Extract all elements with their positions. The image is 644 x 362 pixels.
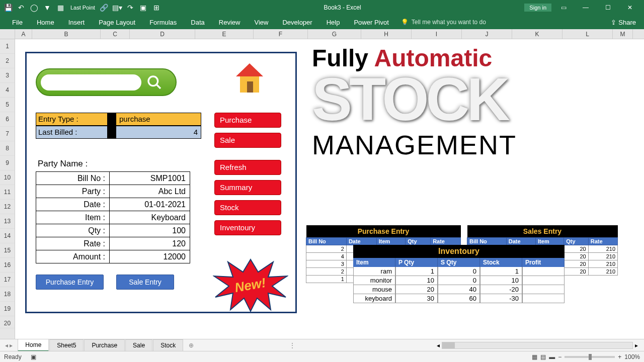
maximize-icon[interactable]: ☐	[598, 0, 618, 15]
share-button[interactable]: ⇪ Share	[611, 19, 644, 26]
col-g[interactable]: G	[308, 29, 361, 39]
col-m[interactable]: M	[613, 29, 633, 39]
inventory-button[interactable]: Inventoury	[214, 220, 281, 235]
col-l[interactable]: L	[562, 29, 613, 39]
tab-data[interactable]: Data	[184, 17, 211, 28]
tab-insert[interactable]: Insert	[61, 17, 92, 28]
link-icon[interactable]: 🔗	[100, 4, 108, 12]
zoom-slider[interactable]	[565, 356, 615, 358]
save-icon[interactable]: 💾	[4, 4, 12, 12]
search-bar[interactable]	[36, 68, 177, 96]
macro-record-icon[interactable]: ▣	[31, 353, 36, 360]
row-3[interactable]: 3	[0, 68, 15, 83]
tab-view[interactable]: View	[247, 17, 275, 28]
tab-file[interactable]: File	[5, 17, 30, 28]
filter-icon[interactable]: ▼	[43, 4, 51, 12]
col-b[interactable]: B	[32, 29, 101, 39]
tab-nav[interactable]: ◂ ▸	[0, 342, 18, 349]
col-a[interactable]: A	[15, 29, 32, 39]
undo-icon[interactable]: ↶	[17, 4, 25, 12]
zoom-in-icon[interactable]: +	[618, 353, 621, 360]
row-1[interactable]: 1	[0, 39, 15, 54]
row-10[interactable]: 10	[0, 170, 15, 185]
ribbon-options-icon[interactable]: ▭	[553, 0, 574, 15]
view-normal-icon[interactable]: ▦	[532, 353, 537, 360]
signin-button[interactable]: Sign in	[524, 4, 551, 12]
row-14[interactable]: 14	[0, 229, 15, 243]
entry-type-value[interactable]: purchase	[116, 113, 201, 126]
scroll-left-icon[interactable]: ◂	[437, 342, 440, 349]
col-j[interactable]: J	[462, 29, 512, 39]
tab-review[interactable]: Review	[212, 17, 248, 28]
sheet-tab-stock[interactable]: Stock	[153, 339, 183, 351]
sale-button[interactable]: Sale	[214, 133, 281, 148]
bill-no-value[interactable]: SMP1001	[110, 172, 190, 185]
purchase-button[interactable]: Purchase	[214, 113, 281, 128]
search-input[interactable]	[41, 74, 141, 90]
summary-button[interactable]: Summary	[214, 180, 281, 195]
sheet-canvas[interactable]: Entry Type : purchase Last Billed : 4 Pa…	[15, 39, 644, 340]
sheet-tab-home[interactable]: Home	[18, 339, 49, 351]
row-8[interactable]: 8	[0, 141, 15, 156]
format-icon[interactable]: ▤▾	[113, 4, 121, 12]
row-4[interactable]: 4	[0, 83, 15, 98]
scroll-right-icon[interactable]: ▸	[635, 342, 638, 349]
row-20[interactable]: 20	[0, 316, 15, 328]
sheet-tab-purchase[interactable]: Purchase	[84, 339, 125, 351]
zoom-out-icon[interactable]: −	[558, 353, 561, 360]
view-pagelayout-icon[interactable]: ▤	[540, 353, 546, 360]
table-icon[interactable]: ▦	[56, 4, 64, 12]
zoom-level[interactable]: 100%	[624, 353, 640, 360]
tab-power-pivot[interactable]: Power Pivot	[347, 17, 395, 28]
minimize-icon[interactable]: —	[576, 0, 596, 15]
tab-help[interactable]: Help	[319, 17, 347, 28]
amount-value[interactable]: 12000	[110, 250, 190, 263]
col-f[interactable]: F	[254, 29, 308, 39]
row-7[interactable]: 7	[0, 127, 15, 141]
row-17[interactable]: 17	[0, 273, 15, 287]
date-value[interactable]: 01-01-2021	[110, 198, 190, 211]
view-pagebreak-icon[interactable]: ▬	[549, 353, 555, 360]
tab-home[interactable]: Home	[30, 17, 61, 28]
qty-value[interactable]: 100	[110, 224, 190, 237]
col-e[interactable]: E	[195, 29, 254, 39]
col-i[interactable]: I	[412, 29, 462, 39]
tab-developer[interactable]: Developer	[275, 17, 319, 28]
tab-page-layout[interactable]: Page Layout	[92, 17, 142, 28]
col-d[interactable]: D	[130, 29, 195, 39]
stock-button[interactable]: Stock	[214, 200, 281, 215]
home-icon[interactable]	[232, 62, 267, 95]
row-11[interactable]: 11	[0, 185, 15, 200]
row-6[interactable]: 6	[0, 112, 15, 127]
row-13[interactable]: 13	[0, 214, 15, 229]
sheet-tab-sheet5[interactable]: Sheet5	[49, 339, 84, 351]
party-value[interactable]: Abc Ltd	[110, 185, 190, 198]
rate-value[interactable]: 120	[110, 237, 190, 250]
refresh-button[interactable]: Refresh	[214, 160, 281, 175]
close-icon[interactable]: ✕	[620, 0, 640, 15]
circle-icon[interactable]: ◯	[30, 4, 38, 12]
row-18[interactable]: 18	[0, 287, 15, 302]
select-all-cell[interactable]	[0, 29, 15, 39]
purchase-entry-button[interactable]: Purchase Entry	[36, 275, 104, 290]
grid-icon[interactable]: ⊞	[152, 4, 160, 12]
last-billed-value[interactable]: 4	[116, 126, 201, 139]
box-icon[interactable]: ▣	[139, 4, 147, 12]
row-16[interactable]: 16	[0, 258, 15, 273]
sale-entry-button[interactable]: Sale Entry	[116, 275, 174, 290]
add-sheet-button[interactable]: ⊕	[184, 342, 199, 349]
item-value[interactable]: Keyboard	[110, 211, 190, 224]
row-9[interactable]: 9	[0, 156, 15, 170]
sheet-tab-sale[interactable]: Sale	[125, 339, 152, 351]
horizontal-scrollbar[interactable]	[442, 342, 633, 349]
row-12[interactable]: 12	[0, 200, 15, 214]
col-c[interactable]: C	[101, 29, 130, 39]
redo-icon[interactable]: ↷	[126, 4, 134, 12]
row-15[interactable]: 15	[0, 243, 15, 258]
tell-me-search[interactable]: 💡 Tell me what you want to do	[401, 19, 486, 26]
row-2[interactable]: 2	[0, 54, 15, 68]
col-k[interactable]: K	[512, 29, 562, 39]
tab-formulas[interactable]: Formulas	[142, 17, 184, 28]
col-h[interactable]: H	[361, 29, 412, 39]
row-5[interactable]: 5	[0, 98, 15, 112]
